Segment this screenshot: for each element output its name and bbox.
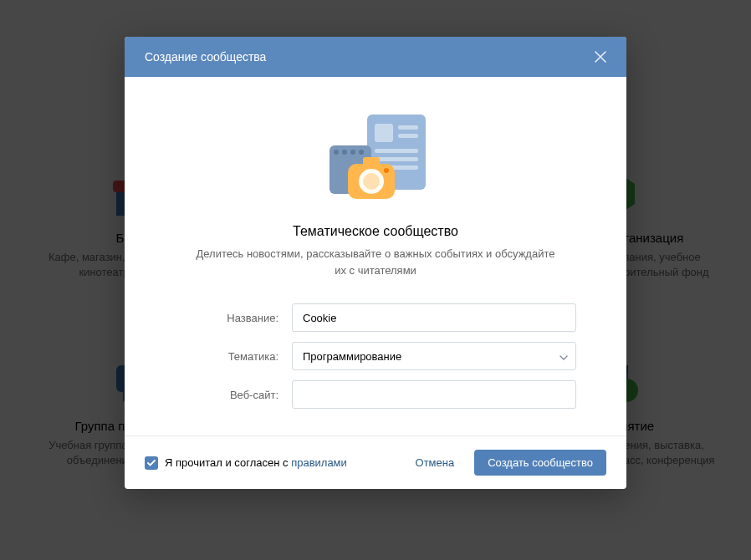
rules-link[interactable]: правилами xyxy=(291,456,347,469)
svg-rect-14 xyxy=(375,149,418,153)
svg-point-20 xyxy=(350,150,355,155)
svg-rect-12 xyxy=(398,125,418,130)
topic-select[interactable]: Программирование xyxy=(292,342,576,370)
name-input[interactable] xyxy=(292,303,576,332)
name-label: Название: xyxy=(175,312,292,324)
form-row-website: Веб-сайт: xyxy=(175,380,576,409)
svg-rect-11 xyxy=(375,124,393,142)
svg-rect-23 xyxy=(363,157,380,165)
submit-button[interactable]: Создать сообщество xyxy=(474,450,606,476)
modal-body: Тематическое сообщество Делитесь новостя… xyxy=(125,77,626,435)
svg-point-18 xyxy=(334,150,339,155)
svg-point-25 xyxy=(363,173,380,190)
topic-label: Тематика: xyxy=(175,350,292,363)
close-icon xyxy=(595,51,606,63)
website-input[interactable] xyxy=(292,380,576,409)
form-row-name: Название: xyxy=(175,303,576,332)
agreement-text: Я прочитал и согласен с правилами xyxy=(165,456,347,469)
svg-point-26 xyxy=(384,168,389,173)
svg-point-19 xyxy=(342,150,347,155)
community-type-desc: Делитесь новостями, рассказывайте о важн… xyxy=(175,246,576,278)
modal-title: Создание сообщества xyxy=(145,50,266,64)
checkbox-icon xyxy=(145,456,158,470)
form-row-topic: Тематика: Программирование xyxy=(175,342,576,370)
svg-point-21 xyxy=(359,150,364,155)
svg-rect-13 xyxy=(398,134,418,138)
svg-rect-15 xyxy=(375,157,418,161)
agreement-checkbox-wrap[interactable]: Я прочитал и согласен с правилами xyxy=(145,456,347,470)
community-type-title: Тематическое сообщество xyxy=(175,224,576,239)
modal-footer: Я прочитал и согласен с правилами Отмена… xyxy=(125,435,626,489)
community-illustration xyxy=(175,110,576,211)
modal-header: Создание сообщества xyxy=(125,37,626,77)
cancel-button[interactable]: Отмена xyxy=(402,450,468,476)
close-button[interactable] xyxy=(595,51,606,63)
create-community-modal: Создание сообщества xyxy=(125,37,626,489)
website-label: Веб-сайт: xyxy=(175,389,292,401)
